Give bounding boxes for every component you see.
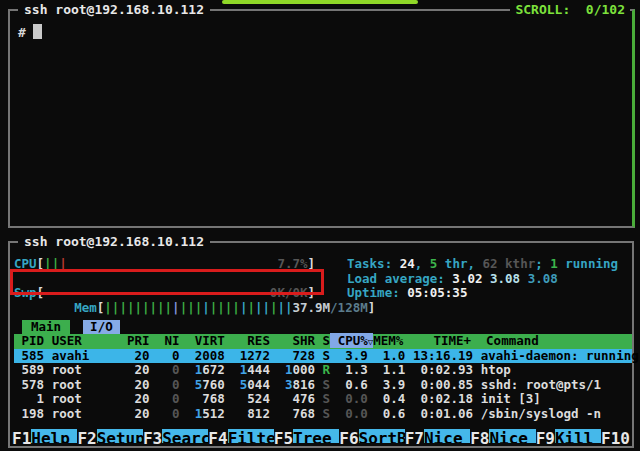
tmux-pane-htop[interactable]: ssh root@192.168.10.112 CPU[|||7.7%] Mem… [8,241,634,448]
fkey-label: F1 [12,429,31,444]
tasks-line: Tasks: 24, 5 thr, 62 kthr; 1 running [347,257,618,272]
col-pri: PRI [127,333,150,348]
mem-meter-label: Mem [74,300,97,315]
fkey-label: F9 [536,429,555,444]
table-row[interactable]: 1 root 20 0 768 524 476 S 0.0 0.4 0:02.1… [14,392,632,407]
process-table-header[interactable]: PID USER PRI NI VIRT RES SHR S CPU%▽MEM%… [14,334,632,349]
table-row[interactable]: 578 root 20 0 5760 5044 3816 S 0.6 3.9 0… [14,378,632,393]
col-time: TIME+ [403,333,471,348]
col-command: Command [471,333,539,348]
fkey-tree-button[interactable]: Tree [293,429,339,444]
terminal-screen: ssh root@192.168.10.112 SCROLL: 0/102 # … [0,0,640,451]
cpu-meter-value: 7.7% [277,257,307,272]
mem-meter-bars: ||||||||||||||||||||||||| [104,300,292,315]
shell-prompt[interactable]: # [18,24,42,40]
table-row[interactable]: 198 root 20 0 1512 812 768 S 0.0 0.6 0:0… [14,407,632,422]
cpu-meter-label: CPU [14,256,37,271]
tmux-pane-shell[interactable]: ssh root@192.168.10.112 SCROLL: 0/102 # [8,9,635,228]
pane-title-shell: ssh root@192.168.10.112 [18,2,210,18]
top-green-strip [222,0,418,4]
uptime-line: Uptime: 05:05:35 [347,286,618,301]
col-cpu-sorted: CPU%▽ [330,333,373,348]
fkey-nice-minus-button[interactable]: Nice - [424,429,470,444]
col-ni: NI [149,333,179,348]
system-info: Tasks: 24, 5 thr, 62 kthr; 1 running Loa… [347,257,618,301]
function-key-bar: F1HelpF2SetupF3SearchF4FilterF5TreeF6Sor… [12,429,630,444]
col-user: USER [44,333,127,348]
load-average-line: Load average: 3.02 3.08 3.08 [347,272,618,287]
fkey-nice-plus-button[interactable]: Nice + [489,429,535,444]
fkey-label: F5 [274,429,293,444]
swap-meter-value: 0K/0K [270,286,308,301]
scroll-indicator: SCROLL: 0/102 [510,2,630,18]
htop-view: CPU[|||7.7%] Mem[|||||||||||||||||||||||… [10,243,632,446]
fkey-kill-button[interactable]: Kill [555,429,601,444]
col-res: RES [225,333,270,348]
fkey-label: F8 [470,429,489,444]
col-state: S [315,333,330,348]
block-cursor [33,24,42,39]
fkey-setup-button[interactable]: Setup [97,429,143,444]
tab-io[interactable]: I/O [83,320,120,335]
col-pid: PID [14,333,44,348]
col-shr: SHR [270,333,315,348]
mem-meter-value: 37.9M/128M [292,301,367,316]
col-mem: MEM% [373,333,403,348]
cpu-meter-bars: ||| [44,256,67,271]
htop-tabs: MainI/O [14,320,632,335]
col-virt: VIRT [180,333,225,348]
fkey-help-button[interactable]: Help [31,429,77,444]
fkey-sortby-button[interactable]: SortBy [359,429,405,444]
fkey-search-button[interactable]: Search [162,429,208,444]
prompt-symbol: # [18,25,26,40]
fkey-label: F3 [143,429,162,444]
fkey-label: F2 [77,429,96,444]
table-row[interactable]: 589 root 20 0 1672 1444 1000 R 1.3 1.1 0… [14,363,632,378]
table-row-selected[interactable]: 585 avahi 20 0 2008 1272 728 S 3.9 1.0 1… [14,349,632,364]
fkey-label: F10 [601,429,630,444]
fkey-label: F6 [339,429,358,444]
fkey-label: F7 [405,429,424,444]
fkey-filter-button[interactable]: Filter [228,429,274,444]
fkey-label: F4 [208,429,227,444]
